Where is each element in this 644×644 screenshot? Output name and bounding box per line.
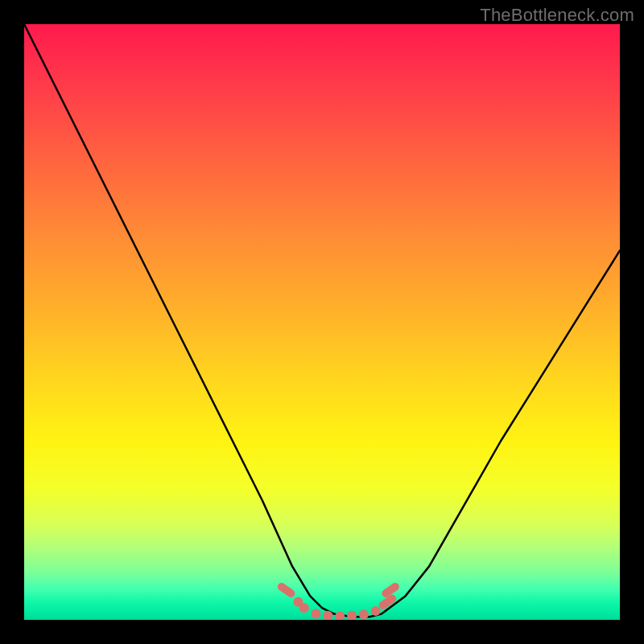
watermark-text: TheBottleneck.com — [480, 5, 634, 26]
chart-frame: TheBottleneck.com — [0, 0, 644, 644]
marker-dot — [359, 609, 369, 619]
curve-path — [24, 24, 620, 617]
marker-dot — [312, 609, 321, 619]
bottleneck-curve — [24, 24, 620, 620]
marker-dot — [347, 611, 357, 620]
marker-pill — [276, 581, 296, 599]
marker-dot — [371, 606, 381, 616]
plot-area — [24, 24, 620, 620]
marker-dot — [335, 612, 345, 620]
marker-dot — [299, 603, 309, 613]
